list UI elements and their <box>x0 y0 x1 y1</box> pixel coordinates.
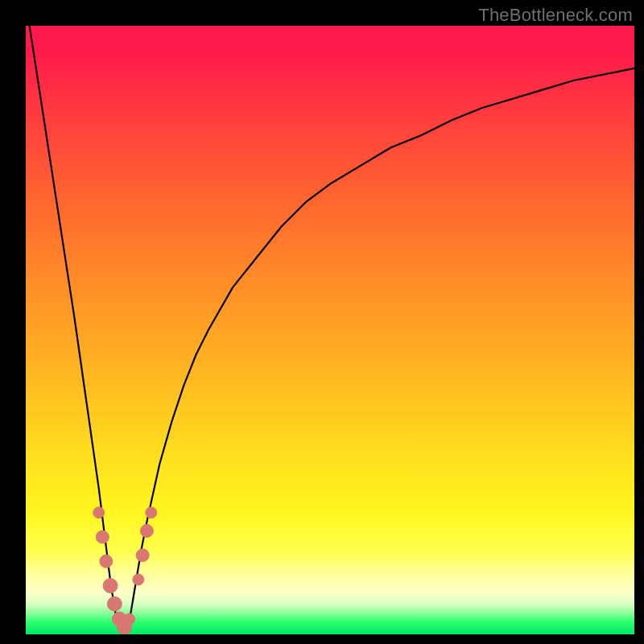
marker-layer <box>26 26 634 634</box>
marker-point <box>107 597 122 611</box>
watermark-text: TheBottleneck.com <box>478 5 633 26</box>
marker-point <box>124 613 135 625</box>
marker-point <box>133 574 144 585</box>
marker-point <box>96 530 109 543</box>
marker-point <box>140 524 153 537</box>
plot-area <box>26 26 634 634</box>
marker-point <box>136 549 149 562</box>
marker-point <box>103 579 118 593</box>
marker-point <box>100 555 113 568</box>
marker-point <box>146 507 157 518</box>
chart-frame: TheBottleneck.com <box>0 0 644 644</box>
marker-point <box>93 507 105 518</box>
